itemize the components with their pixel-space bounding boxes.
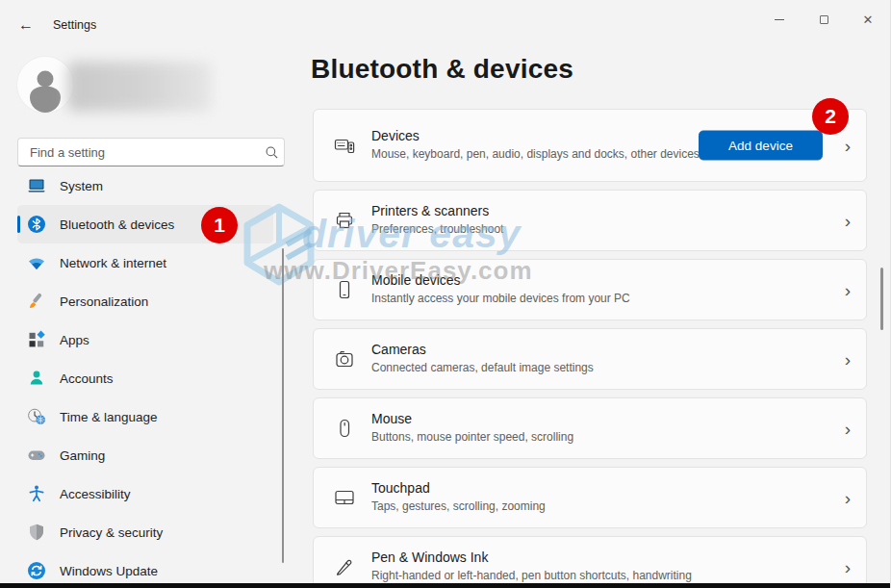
- sidebar-item-privacy-security[interactable]: Privacy & security: [17, 513, 273, 551]
- card-title: Mobile devices: [371, 272, 630, 288]
- close-icon: ✕: [863, 13, 874, 27]
- back-arrow-icon: ←: [18, 16, 34, 34]
- time-language-icon: [27, 407, 46, 426]
- card-description: Mouse, keyboard, pen, audio, displays an…: [371, 146, 700, 162]
- search-input[interactable]: [18, 145, 259, 160]
- page-title: Bluetooth & devices: [311, 54, 573, 85]
- search-icon: [259, 145, 284, 160]
- window-title: Settings: [53, 18, 96, 32]
- accounts-icon: [27, 369, 46, 388]
- card-description: Taps, gestures, scrolling, zooming: [371, 499, 546, 514]
- gaming-icon: [27, 446, 46, 465]
- back-button[interactable]: ←: [13, 13, 38, 38]
- person-icon: [17, 57, 73, 113]
- sidebar-item-personalization[interactable]: Personalization: [17, 282, 273, 320]
- card-pen-windows-ink[interactable]: Pen & Windows Ink Right-handed or left-h…: [313, 536, 867, 588]
- user-account-area[interactable]: [17, 55, 267, 115]
- touchpad-icon: [333, 486, 356, 509]
- sidebar-item-time-language[interactable]: Time & language: [17, 397, 273, 436]
- annotation-step-1: 1: [201, 207, 238, 243]
- devices-icon: [333, 134, 356, 157]
- blurred-user-name: [67, 62, 212, 112]
- main-scrollbar[interactable]: [880, 268, 883, 330]
- card-description: Instantly access your mobile devices fro…: [371, 291, 630, 306]
- minimize-button[interactable]: [757, 0, 802, 38]
- chevron-right-icon: ›: [845, 350, 851, 369]
- network-icon: [27, 253, 46, 272]
- accessibility-icon: [27, 484, 46, 503]
- chevron-right-icon: ›: [845, 489, 851, 507]
- mouse-icon: [333, 417, 356, 440]
- card-title: Mouse: [371, 411, 573, 426]
- chevron-right-icon: ›: [845, 558, 851, 576]
- card-description: Connected cameras, default image setting…: [371, 360, 594, 375]
- annotation-step-2: 2: [812, 98, 849, 135]
- card-mobile-devices[interactable]: Mobile devices Instantly access your mob…: [313, 259, 867, 320]
- sidebar-item-system[interactable]: System: [17, 173, 273, 205]
- privacy-icon: [27, 523, 46, 542]
- sidebar-item-accounts[interactable]: Accounts: [17, 359, 273, 397]
- card-title: Devices: [371, 128, 700, 143]
- card-title: Printers & scanners: [371, 203, 503, 218]
- minimize-icon: [775, 19, 784, 20]
- card-description: Right-handed or left-handed, pen button …: [371, 568, 692, 583]
- windows-update-icon: [27, 561, 46, 580]
- settings-window: ← Settings ✕ System Bluetooth & devices …: [0, 0, 891, 588]
- window-controls: ✕: [757, 0, 890, 38]
- card-cameras[interactable]: Cameras Connected cameras, default image…: [313, 328, 867, 390]
- card-mouse[interactable]: Mouse Buttons, mouse pointer speed, scro…: [313, 397, 867, 459]
- sidebar-nav: System Bluetooth & devices Network & int…: [0, 173, 285, 583]
- card-title: Touchpad: [371, 480, 546, 496]
- sidebar-item-network-internet[interactable]: Network & internet: [17, 243, 273, 282]
- card-title: Cameras: [371, 342, 594, 357]
- selected-indicator: [17, 216, 20, 233]
- card-description: Preferences, troubleshoot: [371, 221, 503, 237]
- system-icon: [27, 176, 46, 195]
- card-title: Pen & Windows Ink: [371, 550, 692, 565]
- sidebar-item-accessibility[interactable]: Accessibility: [17, 474, 273, 513]
- card-description: Buttons, mouse pointer speed, scrolling: [371, 429, 573, 445]
- card-devices[interactable]: Devices Mouse, keyboard, pen, audio, dis…: [313, 109, 867, 182]
- search-box: [17, 138, 285, 166]
- sidebar-item-gaming[interactable]: Gaming: [17, 436, 273, 474]
- apps-icon: [27, 330, 46, 349]
- maximize-icon: [820, 15, 828, 24]
- close-button[interactable]: ✕: [846, 0, 890, 38]
- avatar: [17, 57, 73, 113]
- printer-icon: [333, 209, 356, 232]
- pen-icon: [333, 555, 356, 578]
- card-touchpad[interactable]: Touchpad Taps, gestures, scrolling, zoom…: [313, 467, 867, 528]
- taskbar-edge: [0, 583, 891, 588]
- personalization-icon: [27, 292, 46, 311]
- sidebar-item-apps[interactable]: Apps: [17, 320, 273, 359]
- mobile-icon: [333, 278, 356, 301]
- camera-icon: [333, 347, 356, 371]
- sidebar-item-windows-update[interactable]: Windows Update: [17, 551, 273, 583]
- add-device-button[interactable]: Add device: [699, 131, 823, 161]
- card-printers-scanners[interactable]: Printers & scanners Preferences, trouble…: [313, 190, 867, 251]
- maximize-button[interactable]: [802, 0, 846, 38]
- chevron-right-icon: ›: [845, 212, 851, 230]
- chevron-right-icon: ›: [845, 420, 851, 438]
- bluetooth-icon: [27, 215, 46, 234]
- chevron-right-icon: ›: [845, 137, 851, 155]
- sidebar-scrollbar[interactable]: [282, 248, 284, 563]
- chevron-right-icon: ›: [845, 281, 851, 299]
